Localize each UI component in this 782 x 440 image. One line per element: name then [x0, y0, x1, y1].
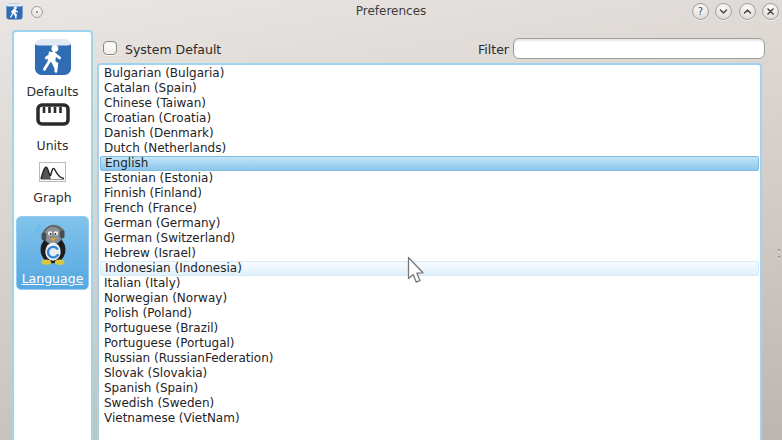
- sidebar-item-graph[interactable]: Graph: [14, 162, 91, 205]
- close-button[interactable]: [762, 3, 779, 20]
- list-item[interactable]: Slovak (Slovakia): [100, 366, 759, 381]
- list-item[interactable]: Norwegian (Norway): [100, 291, 759, 306]
- sidebar-item-defaults[interactable]: Defaults: [14, 38, 91, 99]
- list-item[interactable]: German (Germany): [100, 216, 759, 231]
- list-item[interactable]: Swedish (Sweden): [100, 396, 759, 411]
- list-item[interactable]: Estonian (Estonia): [100, 171, 759, 186]
- help-button[interactable]: ?: [692, 3, 709, 20]
- ruler-icon: [35, 99, 71, 134]
- language-list: Bulgarian (Bulgaria) Catalan (Spain) Chi…: [97, 63, 762, 440]
- list-item[interactable]: Croatian (Croatia): [100, 111, 759, 126]
- list-item[interactable]: Bulgarian (Bulgaria): [100, 66, 759, 81]
- list-item[interactable]: French (France): [100, 201, 759, 216]
- sidebar-item-label: Graph: [33, 190, 71, 205]
- titlebar[interactable]: Preferences ?: [0, 0, 782, 24]
- list-item[interactable]: Hebrew (Israel): [100, 246, 759, 261]
- list-item[interactable]: Spanish (Spain): [100, 381, 759, 396]
- preferences-window: Preferences ?: [0, 0, 782, 440]
- list-item[interactable]: Finnish (Finland): [100, 186, 759, 201]
- list-item[interactable]: Portuguese (Portugal): [100, 336, 759, 351]
- list-item[interactable]: Vietnamese (VietNam): [100, 411, 759, 426]
- window-title: Preferences: [0, 4, 782, 18]
- list-item[interactable]: Chinese (Taiwan): [100, 96, 759, 111]
- close-icon: [765, 6, 776, 17]
- system-default-label: System Default: [125, 42, 221, 57]
- penguin-icon: [30, 220, 76, 270]
- graph-icon: [39, 162, 66, 186]
- sidebar-selected-highlight: Language: [16, 216, 89, 290]
- chevron-down-icon: [718, 6, 729, 17]
- list-item-selected[interactable]: English: [100, 156, 759, 171]
- list-item[interactable]: Catalan (Spain): [100, 81, 759, 96]
- minimize-button[interactable]: [715, 3, 732, 20]
- list-item[interactable]: Portuguese (Brazil): [100, 321, 759, 336]
- list-item[interactable]: Danish (Denmark): [100, 126, 759, 141]
- system-default-checkbox[interactable]: [103, 41, 117, 55]
- sidebar-item-units[interactable]: Units: [14, 99, 91, 153]
- hiker-icon: [34, 38, 72, 80]
- filter-label: Filter: [478, 42, 509, 57]
- chevron-up-icon: [742, 6, 753, 17]
- list-item[interactable]: German (Switzerland): [100, 231, 759, 246]
- list-item[interactable]: Dutch (Netherlands): [100, 141, 759, 156]
- resize-grip[interactable]: [778, 249, 781, 261]
- settings-sidebar: Defaults Units Graph: [12, 30, 93, 440]
- sidebar-item-label: Defaults: [26, 84, 78, 99]
- sidebar-item-language[interactable]: Language: [14, 216, 91, 290]
- list-item[interactable]: Polish (Poland): [100, 306, 759, 321]
- filter-input[interactable]: [513, 38, 765, 59]
- list-item-hovered[interactable]: Indonesian (Indonesia): [100, 261, 759, 276]
- sidebar-item-label: Units: [37, 138, 69, 153]
- maximize-button[interactable]: [739, 3, 756, 20]
- list-item[interactable]: Italian (Italy): [100, 276, 759, 291]
- list-item[interactable]: Russian (RussianFederation): [100, 351, 759, 366]
- sidebar-item-label: Language: [22, 271, 84, 286]
